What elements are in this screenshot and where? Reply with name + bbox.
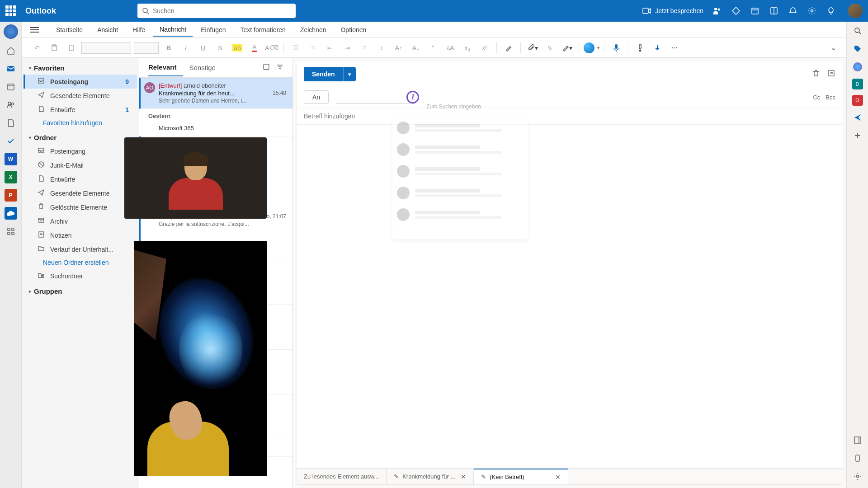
panel-icon[interactable]: [851, 434, 864, 446]
folder-gesendete[interactable]: Gesendete Elemente: [24, 186, 137, 200]
compose-body[interactable]: [297, 125, 843, 484]
folder-archiv[interactable]: Archiv: [24, 214, 137, 228]
tab-sonstige[interactable]: Sonstige: [189, 59, 222, 76]
tab-startseite[interactable]: Startseite: [50, 23, 89, 36]
favorites-header[interactable]: ▾ Favoriten: [24, 61, 137, 75]
superscript-icon[interactable]: x²: [477, 41, 492, 55]
paste-icon[interactable]: [47, 41, 61, 55]
folder-junk[interactable]: Junk-E-Mail: [24, 158, 137, 172]
close-icon[interactable]: ✕: [555, 474, 561, 481]
more-apps-icon[interactable]: [5, 225, 17, 238]
highlight-icon[interactable]: ab: [230, 41, 245, 55]
tag-icon[interactable]: [851, 42, 864, 55]
filter-icon[interactable]: [276, 63, 283, 72]
tab-text-formatieren[interactable]: Text formatieren: [234, 23, 292, 36]
layout-icon[interactable]: [769, 5, 779, 16]
people-icon[interactable]: [5, 99, 17, 111]
signature-icon[interactable]: ▾: [560, 41, 574, 55]
more-toolbar-icon[interactable]: ⋯: [667, 41, 682, 55]
message-item[interactable]: ▸ AO [Entwurf] arnold oberleiter Krankme…: [139, 78, 292, 109]
tab-relevant[interactable]: Relevant: [148, 59, 183, 76]
send-button[interactable]: Senden: [304, 67, 343, 81]
files-icon[interactable]: [5, 117, 17, 129]
copilot-rail-icon[interactable]: [851, 61, 864, 73]
folder-suchordner[interactable]: Suchordner: [24, 269, 137, 283]
todo-icon[interactable]: [5, 135, 17, 147]
folder-entwuerfe-fav[interactable]: Entwürfe 1: [24, 103, 137, 117]
send-split-button[interactable]: ▾: [343, 67, 356, 81]
styles-icon[interactable]: [501, 41, 516, 55]
close-icon[interactable]: ✕: [461, 473, 466, 480]
gear-rail-icon[interactable]: [851, 470, 864, 483]
copilot-toolbar-icon[interactable]: [584, 42, 594, 53]
tab-einfuegen[interactable]: Einfügen: [194, 23, 232, 36]
font-shrink-icon[interactable]: A↓: [409, 41, 423, 55]
link-icon[interactable]: [542, 41, 557, 55]
gruppen-header[interactable]: ▸ Gruppen: [24, 285, 137, 298]
add-app-icon[interactable]: [851, 129, 864, 142]
subscript-icon[interactable]: x₂: [460, 41, 475, 55]
meet-now-button[interactable]: Jetzt besprechen: [642, 7, 703, 14]
app-icon-red[interactable]: O: [852, 95, 863, 106]
indent-icon[interactable]: ⇥: [340, 41, 354, 55]
search-rail-icon[interactable]: [851, 24, 864, 37]
bottom-tab-kein-betreff[interactable]: ✎ (Kein Betreff) ✕: [474, 469, 568, 484]
app-icon-teal[interactable]: D: [852, 79, 863, 89]
tab-zeichnen[interactable]: Zeichnen: [294, 23, 333, 36]
folder-geloeschte[interactable]: Gelöschte Elemente: [24, 200, 137, 214]
subject-input[interactable]: [297, 108, 843, 125]
suggestion-panel[interactable]: [392, 117, 528, 239]
bcc-link[interactable]: Bcc: [826, 94, 835, 101]
teams-icon[interactable]: [712, 5, 722, 16]
quote-icon[interactable]: ": [426, 41, 440, 55]
numbering-icon[interactable]: ≡: [306, 41, 320, 55]
tab-optionen[interactable]: Optionen: [334, 23, 373, 36]
bottom-tab-krankmeldung[interactable]: ✎ Krankmeldung für ... ✕: [387, 469, 474, 484]
phone-icon[interactable]: [851, 452, 864, 465]
notifications-icon[interactable]: [788, 5, 798, 16]
calendar-day-icon[interactable]: [750, 5, 760, 16]
folder-verlauf[interactable]: Verlauf der Unterhalt...: [24, 242, 137, 256]
select-all-icon[interactable]: [263, 63, 270, 72]
bold-icon[interactable]: B: [161, 41, 176, 55]
font-size-select[interactable]: [134, 42, 159, 54]
dictate-icon[interactable]: [609, 41, 623, 55]
cc-link[interactable]: Cc: [813, 94, 820, 101]
underline-icon[interactable]: U: [196, 41, 210, 55]
low-importance-icon[interactable]: [650, 41, 665, 55]
tab-hilfe[interactable]: Hilfe: [126, 23, 151, 36]
tab-ansicht[interactable]: Ansicht: [91, 23, 124, 36]
word-icon[interactable]: W: [5, 153, 17, 165]
calendar-icon[interactable]: [5, 80, 17, 93]
message-item[interactable]: Microsoft 365: [139, 123, 292, 136]
home-icon[interactable]: [5, 44, 17, 57]
font-color-icon[interactable]: A: [247, 41, 262, 55]
search-input[interactable]: [153, 7, 291, 14]
undo-icon[interactable]: ↶: [30, 41, 44, 55]
font-grow-icon[interactable]: A↑: [392, 41, 406, 55]
strike-icon[interactable]: S: [213, 41, 227, 55]
tips-icon[interactable]: [826, 5, 836, 16]
bullets-icon[interactable]: ☰: [288, 41, 303, 55]
bottom-tab-reading[interactable]: Zu lesendes Element ausw...: [297, 469, 387, 484]
clipboard-icon[interactable]: [64, 41, 79, 55]
align-icon[interactable]: ≡: [357, 41, 372, 55]
mail-icon[interactable]: [5, 62, 17, 75]
folder-posteingang[interactable]: Posteingang 9: [24, 144, 137, 158]
folder-gesendete-fav[interactable]: Gesendete Elemente: [24, 89, 137, 103]
popout-icon[interactable]: [827, 69, 835, 79]
folder-posteingang-fav[interactable]: Posteingang 9: [24, 75, 137, 89]
to-button[interactable]: An: [304, 90, 329, 104]
outdent-icon[interactable]: ⇤: [323, 41, 337, 55]
importance-icon[interactable]: [633, 41, 647, 55]
ordner-header[interactable]: ▾ Ordner: [24, 131, 137, 144]
folder-notizen[interactable]: Notizen: [24, 228, 137, 242]
diamond-icon[interactable]: [731, 5, 741, 16]
app-launcher-icon[interactable]: [5, 5, 16, 16]
new-folder-link[interactable]: Neuen Ordner erstellen: [24, 256, 137, 269]
clear-format-icon[interactable]: A⌫: [264, 41, 279, 55]
tab-nachricht[interactable]: Nachricht: [153, 23, 193, 37]
line-spacing-icon[interactable]: ↕: [374, 41, 389, 55]
user-avatar[interactable]: [848, 4, 863, 18]
powerpoint-icon[interactable]: P: [5, 189, 17, 202]
